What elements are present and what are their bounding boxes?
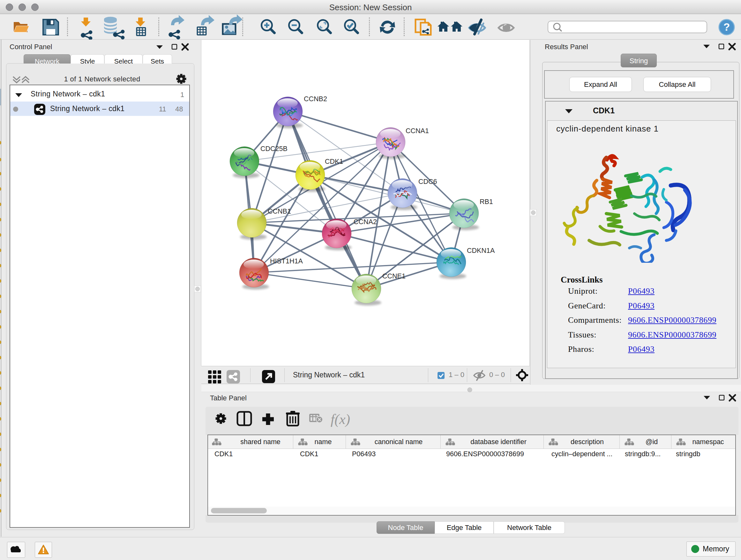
svg-text:CCNB1: CCNB1 — [268, 207, 291, 215]
svg-text:CCNE1: CCNE1 — [382, 272, 406, 280]
svg-text:CCNA2: CCNA2 — [354, 218, 377, 226]
svg-text:CDC25B: CDC25B — [260, 145, 287, 152]
svg-text:f(x): f(x) — [331, 412, 350, 427]
svg-text:HIST1H1A: HIST1H1A — [270, 257, 303, 265]
svg-text:?: ? — [724, 21, 730, 33]
svg-text:CCNA1: CCNA1 — [406, 127, 429, 135]
svg-text:CCNB2: CCNB2 — [304, 95, 327, 103]
svg-text:CDK1: CDK1 — [325, 158, 343, 165]
svg-text:RB1: RB1 — [480, 198, 493, 206]
svg-text:CDC6: CDC6 — [418, 178, 437, 186]
svg-text:CDKN1A: CDKN1A — [467, 247, 495, 254]
